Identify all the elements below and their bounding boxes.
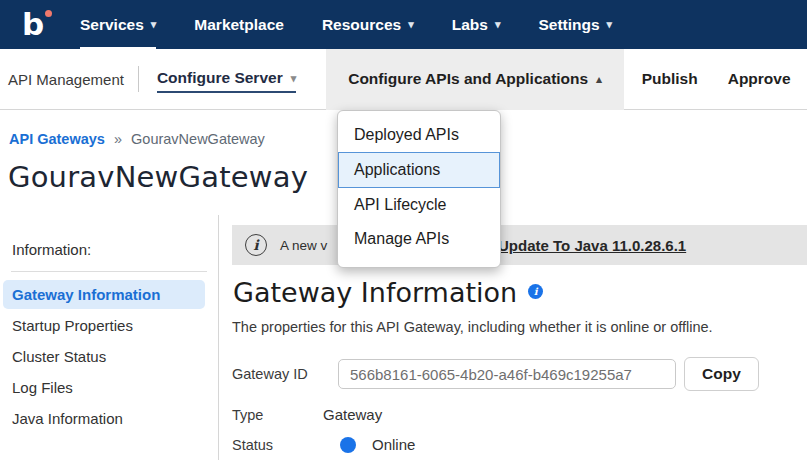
vertical-divider <box>138 66 139 92</box>
sidebar: Information: Gateway Information Startup… <box>0 215 219 460</box>
nav-item-label: Services <box>80 16 144 34</box>
section-description: The properties for this API Gateway, inc… <box>232 319 807 335</box>
boomi-logo[interactable]: b <box>22 9 50 40</box>
logo-letter: b <box>22 6 44 42</box>
status-row: Status Online <box>232 436 807 453</box>
subnav-item-configure-apis-and-applications[interactable]: Configure APIs and Applications ▴ <box>326 49 624 110</box>
nav-item-label: Labs <box>452 16 488 34</box>
subnav-item-publish[interactable]: Publish <box>642 70 698 88</box>
update-java-link[interactable]: Update To Java 11.0.28.6.1 <box>498 237 686 254</box>
sidebar-item-gateway-information[interactable]: Gateway Information <box>3 280 205 309</box>
logo-dot-icon <box>45 10 52 17</box>
status-value: Online <box>372 436 415 453</box>
nav-item-label: Resources <box>322 16 401 34</box>
status-label: Status <box>232 437 323 453</box>
banner-text: A new v <box>280 238 327 253</box>
menu-item-applications[interactable]: Applications <box>338 152 500 188</box>
subnav-item-configure-server[interactable]: Configure Server ▾ <box>157 69 296 93</box>
product-name: API Management <box>8 71 124 88</box>
sidebar-divider <box>11 271 207 272</box>
sidebar-section-information: Information: <box>12 241 218 258</box>
caret-down-icon: ▾ <box>291 72 297 85</box>
breadcrumb-current: GouravNewGateway <box>131 131 265 147</box>
nav-item-settings[interactable]: Settings ▾ <box>538 0 612 49</box>
configure-apis-dropdown-menu: Deployed APIs Applications API Lifecycle… <box>337 110 501 268</box>
gateway-id-row: Gateway ID Copy <box>232 357 807 391</box>
type-value: Gateway <box>323 406 382 423</box>
menu-item-deployed-apis[interactable]: Deployed APIs <box>338 118 500 152</box>
sub-navbar: API Management Configure Server ▾ Config… <box>0 49 807 110</box>
nav-item-resources[interactable]: Resources ▾ <box>322 0 414 49</box>
nav-item-label: Marketplace <box>194 16 284 34</box>
sidebar-item-cluster-status[interactable]: Cluster Status <box>3 342 205 371</box>
subnav-item-label: Configure APIs and Applications <box>348 70 588 88</box>
caret-down-icon: ▾ <box>495 18 501 31</box>
subnav-item-label: Publish <box>642 70 698 88</box>
menu-item-manage-apis[interactable]: Manage APIs <box>338 222 500 256</box>
java-update-banner: i A new v Update To Java 11.0.28.6.1 <box>232 225 807 265</box>
breadcrumb-link-api-gateways[interactable]: API Gateways <box>9 131 105 147</box>
copy-button[interactable]: Copy <box>684 357 759 391</box>
subnav-item-label: Configure Server <box>157 69 283 87</box>
page-title: GouravNewGateway <box>8 160 308 194</box>
main-content: i A new v Update To Java 11.0.28.6.1 Gat… <box>219 215 807 460</box>
sidebar-item-log-files[interactable]: Log Files <box>3 373 205 402</box>
nav-item-labs[interactable]: Labs ▾ <box>452 0 501 49</box>
breadcrumb-separator: » <box>114 131 122 147</box>
section-heading-text: Gateway Information <box>233 277 517 308</box>
gateway-id-input[interactable] <box>338 359 676 389</box>
gateway-id-label: Gateway ID <box>232 366 323 382</box>
nav-item-marketplace[interactable]: Marketplace <box>194 0 284 49</box>
section-heading: Gateway Information i <box>233 277 807 308</box>
menu-item-api-lifecycle[interactable]: API Lifecycle <box>338 188 500 222</box>
caret-down-icon: ▾ <box>151 18 157 31</box>
type-label: Type <box>232 407 323 423</box>
sidebar-item-java-information[interactable]: Java Information <box>3 404 205 433</box>
caret-up-icon: ▴ <box>596 73 602 86</box>
nav-item-services[interactable]: Services ▾ <box>80 0 156 49</box>
info-circle-icon: i <box>245 234 267 256</box>
caret-down-icon: ▾ <box>408 18 414 31</box>
subnav-item-label: Approve <box>728 70 791 88</box>
info-icon[interactable]: i <box>528 284 543 299</box>
top-nav-items: Services ▾ Marketplace Resources ▾ Labs … <box>80 0 612 49</box>
subnav-item-approve[interactable]: Approve <box>728 70 791 88</box>
caret-down-icon: ▾ <box>607 18 613 31</box>
nav-item-label: Settings <box>538 16 599 34</box>
type-row: Type Gateway <box>232 406 807 423</box>
top-navbar: b Services ▾ Marketplace Resources ▾ Lab… <box>0 0 807 49</box>
status-online-dot-icon <box>340 437 356 453</box>
sidebar-item-startup-properties[interactable]: Startup Properties <box>3 311 205 340</box>
breadcrumb: API Gateways » GouravNewGateway <box>9 131 265 147</box>
